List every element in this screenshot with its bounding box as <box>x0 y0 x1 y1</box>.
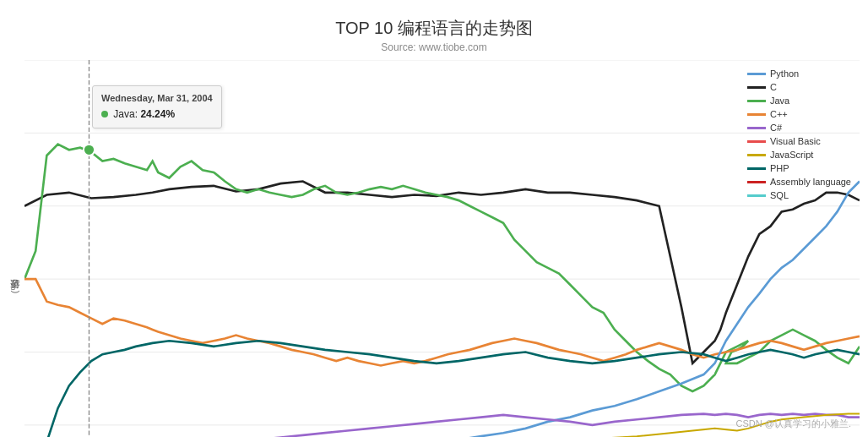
legend-label: Visual Basic <box>770 136 821 146</box>
legend-label: PHP <box>770 163 789 173</box>
chart-legend: PythonCJavaC++C#Visual BasicJavaScriptPH… <box>747 68 851 200</box>
legend-label: Python <box>770 68 799 79</box>
legend-item: C++ <box>747 109 851 119</box>
legend-label: JavaScript <box>770 150 813 160</box>
legend-item: Java <box>747 96 851 106</box>
legend-label: SQL <box>770 190 789 200</box>
legend-item: SQL <box>747 190 851 200</box>
legend-color-line <box>747 181 766 183</box>
chart-title: TOP 10 编程语言的走势图 <box>335 17 533 40</box>
chart-svg-wrapper: 30 25 20 15 10 5 0 2005 2010 2015 2020 <box>24 60 860 437</box>
legend-item: JavaScript <box>747 150 851 160</box>
legend-item: Python <box>747 68 851 79</box>
legend-item: PHP <box>747 163 851 173</box>
legend-color-line <box>747 127 766 129</box>
legend-item: C# <box>747 123 851 133</box>
legend-label: C <box>770 82 777 92</box>
legend-color-line <box>747 86 766 89</box>
credit-text: CSDN @认真学习的小雅兰. <box>736 418 851 430</box>
chart-subtitle: Source: www.tiobe.com <box>381 41 486 53</box>
svg-point-19 <box>84 145 95 156</box>
legend-color-line <box>747 194 766 197</box>
legend-item: Assembly language <box>747 177 851 187</box>
legend-color-line <box>747 73 766 75</box>
legend-item: C <box>747 82 851 92</box>
legend-color-line <box>747 113 766 116</box>
legend-label: Java <box>770 96 789 106</box>
chart-area: 评级 (%) 30 25 20 15 10 5 0 200 <box>8 60 860 437</box>
legend-label: C# <box>770 123 782 133</box>
legend-color-line <box>747 140 766 143</box>
legend-color-line <box>747 154 766 156</box>
chart-container: 30 25 20 15 10 5 0 2005 2010 2015 2020 <box>24 60 860 437</box>
main-chart-svg: 30 25 20 15 10 5 0 2005 2010 2015 2020 <box>24 60 860 437</box>
y-axis-label: 评级 (%) <box>8 60 21 437</box>
legend-color-line <box>747 100 766 102</box>
legend-color-line <box>747 167 766 170</box>
legend-label: C++ <box>770 109 788 119</box>
legend-item: Visual Basic <box>747 136 851 146</box>
legend-label: Assembly language <box>770 177 851 187</box>
